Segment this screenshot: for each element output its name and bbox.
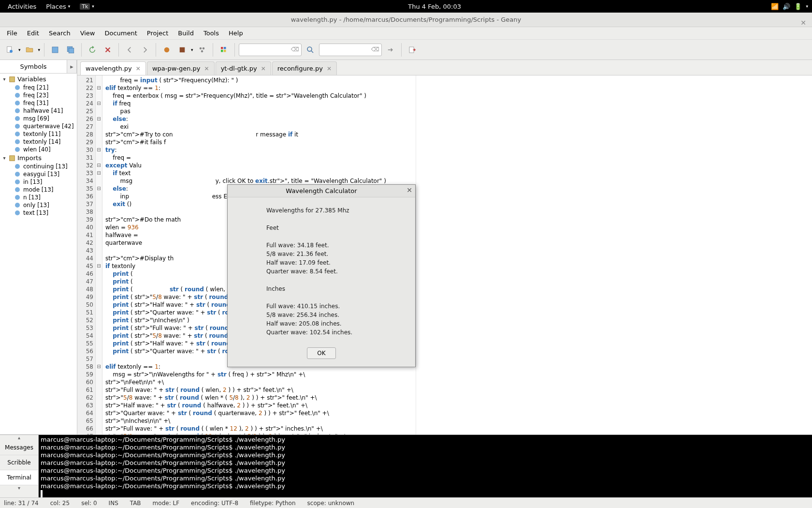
symbol-item[interactable]: quarterwave [42] — [2, 122, 75, 130]
editor-tab[interactable]: wavelength.py✕ — [80, 61, 146, 75]
symbol-label: quarterwave [42] — [23, 123, 74, 130]
fold-gutter[interactable]: ⊟⊟⊟⊟⊟⊟⊟⊟⊟ — [96, 75, 102, 434]
symbol-item[interactable]: halfwave [41] — [2, 107, 75, 115]
goto-line-input[interactable]: ⌫ — [319, 44, 382, 56]
volume-icon[interactable]: 🔊 — [783, 3, 790, 10]
menu-file[interactable]: File — [2, 28, 22, 39]
menu-help[interactable]: Help — [224, 28, 248, 39]
reload-button[interactable] — [86, 43, 99, 57]
compile-button[interactable] — [160, 43, 174, 57]
menu-project[interactable]: Project — [142, 28, 173, 39]
symbol-item[interactable]: in [13] — [2, 178, 75, 186]
editor-tab[interactable]: wpa-pw-gen.py✕ — [147, 61, 215, 75]
menu-edit[interactable]: Edit — [22, 28, 44, 39]
status-filetype: filetype: Python — [250, 500, 296, 507]
tab-close-icon[interactable]: ✕ — [327, 65, 332, 72]
clear-goto-icon[interactable]: ⌫ — [371, 46, 379, 53]
sidebar-tab-symbols[interactable]: Symbols — [0, 60, 67, 73]
menu-document[interactable]: Document — [100, 28, 142, 39]
battery-icon[interactable]: 🔋 — [794, 3, 802, 10]
symbol-item[interactable]: textonly [11] — [2, 130, 75, 138]
save-all-button[interactable] — [64, 43, 77, 57]
wifi-icon[interactable]: 📶 — [771, 3, 779, 10]
symbol-category[interactable]: ▾Imports — [2, 153, 75, 163]
tab-close-icon[interactable]: ✕ — [204, 65, 209, 72]
clock[interactable]: Thu 4 Feb, 00:03 — [98, 3, 771, 10]
code-editor[interactable]: 2122232425262728293031323334353637383940… — [77, 75, 812, 434]
status-scope: scope: unknown — [307, 500, 355, 507]
menu-search[interactable]: Search — [44, 28, 75, 39]
symbol-label: textonly [11] — [23, 131, 61, 137]
open-file-button[interactable] — [23, 43, 36, 57]
tab-close-icon[interactable]: ✕ — [136, 65, 141, 72]
right-margin-line — [416, 75, 416, 434]
symbol-item[interactable]: textonly [14] — [2, 138, 75, 146]
svg-point-9 — [201, 50, 203, 52]
color-chooser-button[interactable] — [217, 43, 231, 57]
app-menu[interactable]: Tk▾ — [76, 3, 98, 10]
window-close-button[interactable]: ✕ — [800, 15, 806, 30]
symbol-item[interactable]: continuing [13] — [2, 163, 75, 170]
search-input[interactable]: ⌫ — [239, 44, 302, 56]
sidebar-tab-scroll-icon[interactable]: ▸ — [67, 60, 77, 73]
symbol-item[interactable]: freq [31] — [2, 99, 75, 107]
code-text[interactable]: freq = input ( str">"Frequency(Mhz): " )… — [102, 75, 812, 434]
dialog-close-button[interactable]: ✕ — [406, 186, 412, 194]
symbol-label: mode [13] — [23, 186, 53, 193]
scroll-up-icon[interactable]: ▴ — [0, 435, 38, 440]
menu-tools[interactable]: Tools — [199, 28, 224, 39]
bottom-tab-scribble[interactable]: Scribble — [0, 455, 38, 470]
menu-build[interactable]: Build — [173, 28, 199, 39]
chevron-down-icon: ▾ — [92, 4, 94, 9]
svg-rect-2 — [52, 47, 58, 53]
dialog-ok-button[interactable]: OK — [307, 347, 335, 359]
run-button[interactable] — [195, 43, 209, 57]
symbol-item[interactable]: freq [21] — [2, 84, 75, 91]
symbol-category[interactable]: ▾Variables — [2, 75, 75, 84]
symbol-item[interactable]: mode [13] — [2, 186, 75, 194]
close-file-button[interactable] — [101, 43, 115, 57]
symbol-item[interactable]: n [13] — [2, 194, 75, 201]
symbol-label: freq [31] — [23, 100, 48, 106]
symbol-item[interactable]: only [13] — [2, 201, 75, 209]
editor-tab[interactable]: yt-dl-gtk.py✕ — [216, 61, 271, 75]
collapse-icon[interactable]: ▾ — [2, 155, 7, 161]
menu-view[interactable]: View — [75, 28, 100, 39]
bottom-tab-messages[interactable]: Messages — [0, 440, 38, 455]
symbol-item[interactable]: easygui [13] — [2, 170, 75, 178]
symbol-tree[interactable]: ▾Variablesfreq [21]freq [23]freq [31]hal… — [0, 74, 77, 218]
bottom-tab-terminal[interactable]: Terminal — [0, 470, 38, 485]
goto-line-button[interactable] — [384, 43, 397, 57]
symbol-item[interactable]: wlen [40] — [2, 146, 75, 153]
new-file-button[interactable] — [3, 43, 16, 57]
status-col: col: 25 — [50, 500, 70, 507]
nav-forward-button[interactable] — [138, 43, 152, 57]
build-dropdown[interactable]: ▾ — [191, 47, 193, 52]
collapse-icon[interactable]: ▾ — [2, 76, 7, 82]
build-button[interactable] — [175, 43, 189, 57]
clear-search-icon[interactable]: ⌫ — [291, 46, 299, 53]
tab-close-icon[interactable]: ✕ — [261, 65, 266, 72]
symbol-label: halfwave [41] — [23, 107, 63, 114]
activities-button[interactable]: Activities — [4, 3, 40, 10]
window-titlebar: wavelength.py - /home/marcus/Documents/P… — [0, 13, 812, 27]
symbol-item[interactable]: freq [23] — [2, 91, 75, 99]
search-button[interactable] — [304, 43, 317, 57]
editor-tab[interactable]: reconfigure.py✕ — [272, 61, 337, 75]
new-file-dropdown[interactable]: ▾ — [18, 47, 21, 52]
quit-button[interactable] — [406, 43, 419, 57]
nav-back-button[interactable] — [123, 43, 136, 57]
editor-area: wavelength.py✕wpa-pw-gen.py✕yt-dl-gtk.py… — [77, 60, 812, 434]
terminal[interactable]: marcus@marcus-laptop:~/Documents/Program… — [39, 435, 812, 497]
dialog-titlebar[interactable]: Wavelength Calculator ✕ — [228, 185, 415, 197]
svg-point-19 — [15, 101, 20, 105]
save-button[interactable] — [48, 43, 62, 57]
symbol-item[interactable]: text [13] — [2, 209, 75, 217]
places-menu[interactable]: Places▾ — [42, 3, 74, 10]
symbol-label: in [13] — [23, 179, 42, 185]
scroll-down-icon[interactable]: ▾ — [0, 485, 38, 491]
symbol-item[interactable]: msg [69] — [2, 115, 75, 122]
system-menu-chevron-icon[interactable]: ▾ — [806, 4, 808, 9]
open-file-dropdown[interactable]: ▾ — [38, 47, 41, 52]
dialog-line — [266, 215, 409, 224]
